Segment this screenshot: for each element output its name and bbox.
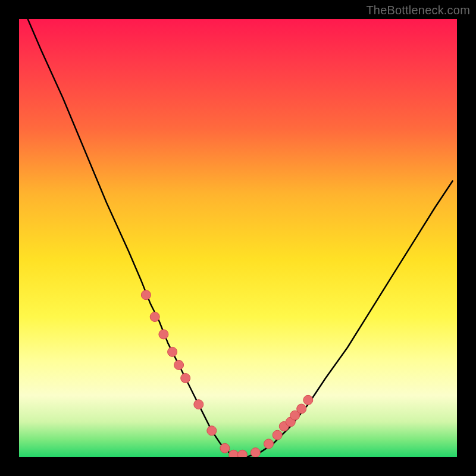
chart-frame	[0, 0, 476, 476]
watermark-text: TheBottleneck.com	[366, 4, 470, 17]
gradient-background	[19, 19, 457, 457]
